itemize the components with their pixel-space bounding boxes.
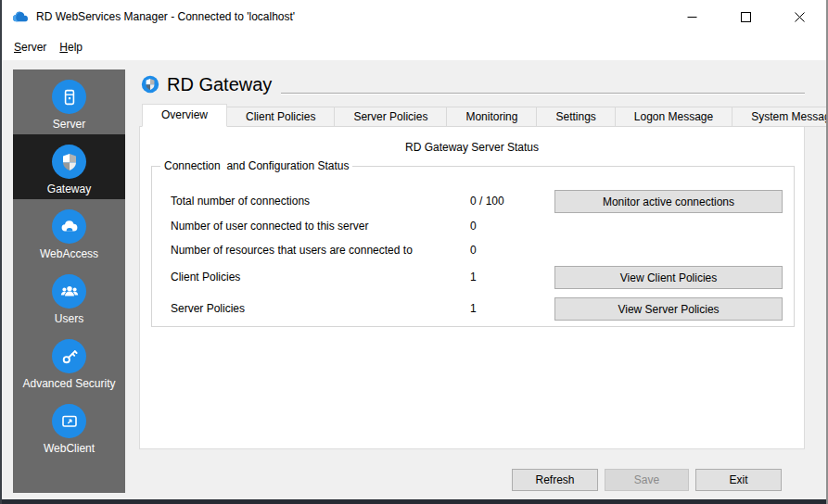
sidebar-item-label: Gateway xyxy=(47,183,91,195)
sidebar-item-label: Advanced Security xyxy=(22,377,115,390)
users-connected-label: Number of user connected to this server xyxy=(171,215,368,238)
sidebar: Server Gateway xyxy=(13,69,125,493)
tab-settings[interactable]: Settings xyxy=(536,107,615,127)
window-title: RD WebServices Manager - Connected to 'l… xyxy=(36,10,295,23)
sidebar-item-users[interactable]: Users xyxy=(13,264,125,329)
window-bottom-border xyxy=(0,499,828,504)
page-title: RD Gateway xyxy=(167,74,272,95)
exit-button[interactable]: Exit xyxy=(695,469,782,491)
tab-logon-message[interactable]: Logon Message xyxy=(615,107,732,127)
menu-help[interactable]: Help xyxy=(53,38,89,57)
server-policies-value: 1 xyxy=(470,297,477,321)
sidebar-item-label: Users xyxy=(55,312,83,325)
titlebar: RD WebServices Manager - Connected to 'l… xyxy=(2,0,826,33)
save-button[interactable]: Save xyxy=(605,469,689,491)
resources-connected-label: Number of resources that users are conne… xyxy=(171,239,413,262)
menubar: Server Help xyxy=(2,33,826,60)
cloud-icon xyxy=(52,209,86,244)
server-icon xyxy=(52,80,86,114)
client-policies-label: Client Policies xyxy=(171,266,240,289)
view-server-policies-button[interactable]: View Server Policies xyxy=(554,297,783,321)
tab-overview[interactable]: Overview xyxy=(142,104,227,127)
sidebar-item-gateway[interactable]: Gateway xyxy=(13,134,125,199)
close-button[interactable] xyxy=(772,0,826,33)
sidebar-item-advanced-security[interactable]: Advanced Security xyxy=(13,329,125,394)
tab-client-policies[interactable]: Client Policies xyxy=(226,107,335,127)
monitor-active-connections-button[interactable]: Monitor active connections xyxy=(554,190,783,213)
footer-buttons: Refresh Save Exit xyxy=(512,469,782,491)
sidebar-item-server[interactable]: Server xyxy=(13,69,125,134)
server-status-title: RD Gateway Server Status xyxy=(140,141,804,154)
shield-icon xyxy=(52,145,86,179)
refresh-button[interactable]: Refresh xyxy=(512,469,598,491)
users-connected-value: 0 xyxy=(470,215,477,238)
overview-tab-panel: RD Gateway Server Status Connection and … xyxy=(139,126,805,449)
total-connections-label: Total number of connections xyxy=(171,190,310,213)
minimize-button[interactable] xyxy=(665,0,719,33)
sidebar-item-label: Server xyxy=(53,118,85,131)
tab-strip: Overview Client Policies Server Policies… xyxy=(142,104,828,127)
menu-server[interactable]: Server xyxy=(7,38,53,57)
key-icon xyxy=(52,339,86,373)
header-divider xyxy=(281,93,805,94)
app-window: RD WebServices Manager - Connected to 'l… xyxy=(0,0,828,504)
view-client-policies-button[interactable]: View Client Policies xyxy=(554,266,783,289)
users-icon xyxy=(52,274,86,309)
tab-server-policies[interactable]: Server Policies xyxy=(334,107,447,127)
total-connections-value: 0 / 100 xyxy=(470,190,504,213)
tab-system-message[interactable]: System Message xyxy=(732,107,828,127)
tab-monitoring[interactable]: Monitoring xyxy=(446,107,537,127)
app-cloud-icon xyxy=(11,7,30,26)
connection-status-groupbox: Connection and Configuration Status Tota… xyxy=(151,166,795,327)
window-controls xyxy=(665,0,826,33)
groupbox-legend: Connection and Configuration Status xyxy=(160,159,352,172)
client-policies-value: 1 xyxy=(470,266,477,289)
sidebar-item-label: WebClient xyxy=(44,442,95,455)
gateway-shield-icon xyxy=(141,75,159,94)
sidebar-item-label: WebAccess xyxy=(40,247,98,260)
server-policies-label: Server Policies xyxy=(171,297,245,321)
monitor-icon xyxy=(52,404,86,438)
page-header: RD Gateway xyxy=(141,73,805,95)
maximize-button[interactable] xyxy=(719,0,772,33)
resources-connected-value: 0 xyxy=(470,239,477,262)
sidebar-item-webclient[interactable]: WebClient xyxy=(13,394,125,459)
sidebar-item-webaccess[interactable]: WebAccess xyxy=(13,199,125,264)
